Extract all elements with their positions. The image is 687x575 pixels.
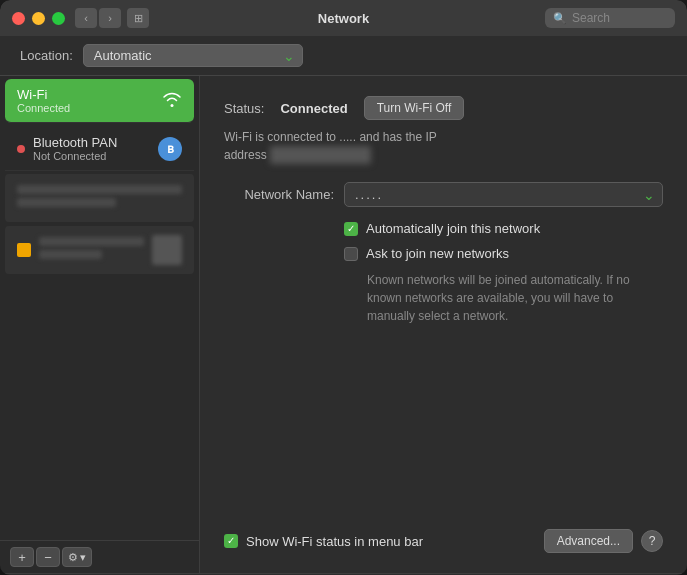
gear-chevron-icon: ▾: [80, 551, 86, 564]
checkmark-icon: ✓: [347, 224, 355, 234]
gear-icon: ⚙: [68, 551, 78, 564]
search-input[interactable]: [572, 11, 667, 25]
auto-join-checkbox[interactable]: ✓: [344, 222, 358, 236]
blurred-content-2: [39, 237, 144, 263]
blurred-bar-2b: [39, 250, 102, 259]
ask-join-row: Ask to join new networks: [344, 246, 663, 261]
minimize-button[interactable]: [32, 12, 45, 25]
auto-join-label: Automatically join this network: [366, 221, 540, 236]
wifi-icon: [162, 91, 182, 111]
back-button[interactable]: ‹: [75, 8, 97, 28]
location-label: Location:: [20, 48, 73, 63]
forward-button[interactable]: ›: [99, 8, 121, 28]
status-value: Connected: [280, 101, 347, 116]
window-title: Network: [318, 11, 369, 26]
location-select-wrapper: Automatic ⌄: [83, 44, 303, 67]
description-line1: Wi-Fi is connected to ..... and has the …: [224, 130, 437, 144]
sidebar-item-bluetooth[interactable]: Bluetooth PAN Not Connected ʙ: [5, 127, 194, 171]
main-content: Wi-Fi Connected Bluetooth PAN Not Connec…: [0, 76, 687, 573]
show-status-label: Show Wi-Fi status in menu bar: [246, 534, 423, 549]
network-name-select[interactable]: .....: [344, 182, 663, 207]
wifi-item-info: Wi-Fi Connected: [17, 87, 154, 114]
sidebar: Wi-Fi Connected Bluetooth PAN Not Connec…: [0, 76, 200, 573]
maximize-button[interactable]: [52, 12, 65, 25]
known-networks-description: Known networks will be joined automatica…: [367, 271, 647, 325]
ask-join-label: Ask to join new networks: [366, 246, 509, 261]
ip-address-blurred: ███ ████████: [270, 146, 371, 164]
show-status-row: ✓ Show Wi-Fi status in menu bar: [224, 534, 423, 549]
right-panel: Status: Connected Turn Wi-Fi Off Wi-Fi i…: [200, 76, 687, 573]
status-row: Status: Connected Turn Wi-Fi Off: [224, 96, 663, 120]
orange-indicator: [17, 243, 31, 257]
network-name-label: Network Name:: [224, 187, 334, 202]
bluetooth-icon: ʙ: [158, 137, 182, 161]
blurred-bar-1a: [17, 185, 182, 194]
remove-network-button[interactable]: −: [36, 547, 60, 567]
close-button[interactable]: [12, 12, 25, 25]
auto-join-row: ✓ Automatically join this network: [344, 221, 663, 236]
blurred-content-1: [17, 185, 182, 211]
bluetooth-item-status: Not Connected: [33, 150, 150, 162]
blurred-thumbnail: [152, 235, 182, 265]
advanced-button[interactable]: Advanced...: [544, 529, 633, 553]
search-box[interactable]: 🔍: [545, 8, 675, 28]
sidebar-item-wifi[interactable]: Wi-Fi Connected: [5, 79, 194, 123]
turn-wifi-off-button[interactable]: Turn Wi-Fi Off: [364, 96, 465, 120]
wifi-item-status: Connected: [17, 102, 154, 114]
bottom-buttons: Advanced... ?: [544, 529, 663, 553]
bottom-options: ✓ Show Wi-Fi status in menu bar Advanced…: [224, 529, 663, 553]
wifi-description: Wi-Fi is connected to ..... and has the …: [224, 128, 663, 164]
network-settings-button[interactable]: ⚙ ▾: [62, 547, 92, 567]
network-window: ‹ › ⊞ Network 🔍 Location: Automatic ⌄ Wi…: [0, 0, 687, 575]
sidebar-toolbar: + − ⚙ ▾: [0, 540, 199, 573]
description-line2: address: [224, 148, 267, 162]
network-select-wrapper: ..... ⌄: [344, 182, 663, 207]
grid-button[interactable]: ⊞: [127, 8, 149, 28]
location-select[interactable]: Automatic: [83, 44, 303, 67]
sidebar-item-blurred-2[interactable]: [5, 226, 194, 274]
ask-join-checkbox[interactable]: [344, 247, 358, 261]
bluetooth-item-name: Bluetooth PAN: [33, 135, 150, 150]
bluetooth-item-info: Bluetooth PAN Not Connected: [33, 135, 150, 162]
wifi-item-name: Wi-Fi: [17, 87, 154, 102]
sidebar-item-blurred-1[interactable]: [5, 174, 194, 222]
location-bar: Location: Automatic ⌄: [0, 36, 687, 76]
blurred-bar-2a: [39, 237, 144, 246]
nav-buttons: ‹ ›: [75, 8, 121, 28]
blurred-bar-1b: [17, 198, 116, 207]
search-icon: 🔍: [553, 12, 567, 25]
add-network-button[interactable]: +: [10, 547, 34, 567]
flex-spacer: [224, 345, 663, 529]
titlebar: ‹ › ⊞ Network 🔍: [0, 0, 687, 36]
network-name-row: Network Name: ..... ⌄: [224, 182, 663, 207]
show-status-checkbox[interactable]: ✓: [224, 534, 238, 548]
traffic-lights: [12, 12, 65, 25]
status-label: Status:: [224, 101, 264, 116]
help-button[interactable]: ?: [641, 530, 663, 552]
bluetooth-status-dot: [17, 145, 25, 153]
show-status-checkmark-icon: ✓: [227, 536, 235, 546]
